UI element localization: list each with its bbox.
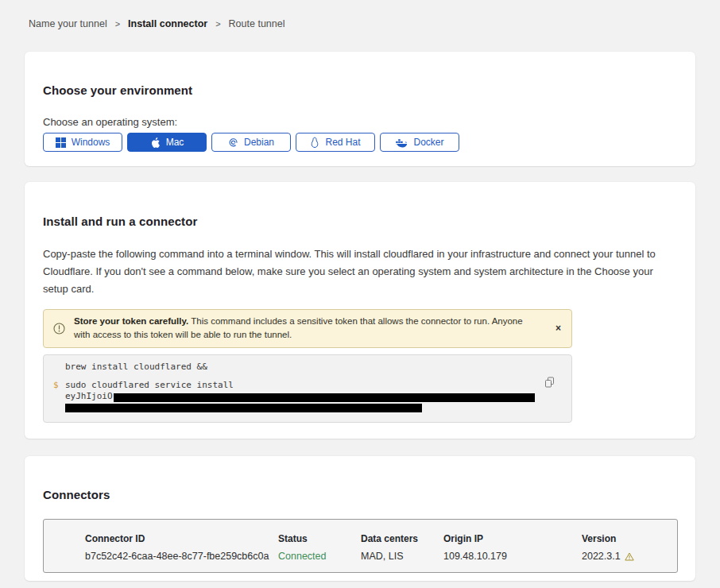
os-button-label: Mac — [166, 137, 184, 148]
os-button-label: Docker — [413, 137, 443, 148]
redaction-bar — [114, 393, 535, 402]
copy-icon[interactable] — [544, 377, 555, 388]
header-origin-ip: Origin IP — [443, 533, 582, 544]
os-button-debian[interactable]: Debian — [211, 133, 291, 152]
install-card-title: Install and run a connector — [43, 215, 673, 228]
redhat-icon — [310, 137, 319, 149]
token-warning-text: Store your token carefully. This command… — [74, 315, 540, 342]
token-prefix: eyJhIjoiO — [65, 391, 113, 401]
header-status: Status — [278, 533, 361, 544]
shell-prompt: $ — [53, 381, 65, 412]
connectors-table: Connector ID Status Data centers Origin … — [43, 519, 678, 573]
header-version: Version — [582, 533, 669, 544]
alert-circle-icon — [53, 323, 65, 335]
os-button-redhat[interactable]: Red Hat — [296, 133, 375, 152]
breadcrumb-step-install-connector[interactable]: Install connector — [128, 18, 207, 29]
breadcrumb-separator: > — [115, 19, 120, 29]
os-button-mac[interactable]: Mac — [127, 133, 207, 152]
os-select-label: Choose an operating system: — [43, 116, 673, 128]
close-icon[interactable]: × — [555, 323, 561, 333]
connectors-card-title: Connectors — [43, 488, 678, 501]
token-warning-banner: Store your token carefully. This command… — [43, 309, 572, 348]
data-centers-value: MAD, LIS — [361, 551, 443, 562]
breadcrumb-step-name-tunnel[interactable]: Name your tunnel — [29, 18, 107, 29]
status-badge: Connected — [278, 551, 361, 562]
connector-id-value: b7c52c42-6caa-48ee-8c77-fbe259cb6c0a — [85, 551, 278, 562]
os-button-label: Red Hat — [325, 137, 360, 148]
breadcrumb-step-route-tunnel[interactable]: Route tunnel — [229, 18, 285, 29]
docker-icon — [395, 137, 408, 148]
token-warning-title: Store your token carefully. — [74, 316, 188, 326]
debian-icon — [228, 137, 238, 148]
install-connector-card: Install and run a connector Copy-paste t… — [25, 182, 695, 438]
os-button-docker[interactable]: Docker — [380, 133, 459, 152]
apple-icon — [150, 137, 161, 149]
code-line-token: eyJhIjoiO — [65, 392, 536, 402]
install-description: Copy-paste the following command into a … — [43, 246, 673, 298]
os-button-group: Windows Mac Debian Red Hat Docker — [43, 133, 673, 152]
breadcrumb: Name your tunnel > Install connector > R… — [0, 0, 720, 29]
origin-ip-value: 109.48.10.179 — [443, 551, 582, 562]
windows-icon — [56, 137, 66, 148]
connectors-table-header: Connector ID Status Data centers Origin … — [85, 533, 669, 544]
breadcrumb-separator: > — [215, 19, 220, 29]
redaction-bar — [65, 404, 422, 412]
code-line-brew: brew install cloudflared && — [65, 362, 536, 373]
connector-row: b7c52c42-6caa-48ee-8c77-fbe259cb6c0a Con… — [85, 551, 669, 562]
install-command-codeblock[interactable]: brew install cloudflared && $ sudo cloud… — [43, 354, 572, 423]
environment-card: Choose your environment Choose an operat… — [25, 52, 695, 166]
os-button-windows[interactable]: Windows — [43, 133, 122, 152]
header-connector-id: Connector ID — [85, 533, 278, 544]
header-data-centers: Data centers — [361, 533, 443, 544]
os-button-label: Debian — [244, 137, 274, 148]
warning-triangle-icon — [625, 552, 634, 561]
os-button-label: Windows — [72, 137, 110, 148]
version-value: 2022.3.1 — [582, 551, 621, 562]
environment-card-title: Choose your environment — [43, 83, 673, 97]
connectors-card: Connectors Connector ID Status Data cent… — [25, 456, 695, 581]
code-line-sudo: sudo cloudflared service install — [65, 381, 536, 391]
